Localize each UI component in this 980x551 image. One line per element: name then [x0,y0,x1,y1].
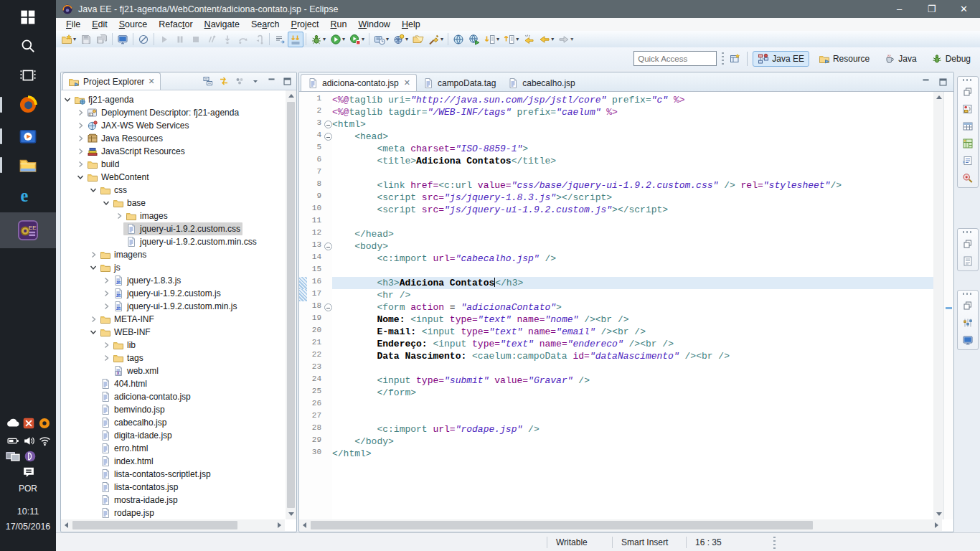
expand-arrow-icon[interactable] [102,341,110,349]
suspend-button[interactable] [172,32,188,47]
battery-tray-icon[interactable] [5,433,21,448]
close-button[interactable]: ✕ [948,0,980,18]
tree-item-content[interactable]: mostra-idade.jsp [98,494,180,507]
tree-item[interactable]: Xweb.xml [62,364,285,377]
code-line[interactable]: </form> [332,387,933,399]
console-view-icon[interactable] [961,334,974,347]
fold-marker[interactable] [324,301,332,314]
task-view-taskbar-button[interactable] [0,63,56,88]
tree-item[interactable]: JSjquery-ui-1.9.2.custom.js [62,287,285,300]
console-monitor-button[interactable] [115,32,131,47]
new-wizard-button[interactable]: ▾ [59,32,78,47]
menu-help[interactable]: Help [396,19,426,29]
export-items-button[interactable]: ▾ [501,32,521,47]
tree-item[interactable]: index.html [62,455,285,468]
code-line[interactable]: <title>Adiciona Contatos</title> [332,155,933,167]
import-items-button[interactable]: ▾ [482,32,501,47]
outline-view-icon[interactable] [961,255,974,268]
properties-view-icon[interactable] [961,316,974,329]
quick-access-input[interactable] [633,51,717,66]
dropdown-arrow-icon[interactable]: ▾ [386,36,389,42]
code-line[interactable]: <link href=<c:url value="css/base/jquery… [332,179,933,192]
expand-arrow-icon[interactable] [102,276,110,285]
tree-item-selected[interactable]: jquery-ui-1.9.2.custom.css [123,222,242,235]
tree-item[interactable]: JavaScript Resources [62,145,285,158]
markers-view-icon[interactable] [961,154,974,167]
menu-edit[interactable]: Edit [86,19,113,29]
code-line[interactable] [332,216,933,228]
perspective-resource[interactable]: Resource [814,51,875,67]
resume-button[interactable] [156,32,172,47]
snippets-view-icon[interactable] [961,137,974,150]
menu-source[interactable]: Source [113,19,154,29]
tree-item[interactable]: images [62,209,285,222]
code-line[interactable]: </body> [332,435,933,448]
menu-navigate[interactable]: Navigate [199,19,245,29]
minimize-button[interactable]: – [883,0,915,18]
menu-window[interactable]: Window [352,19,395,29]
wifi-tray-icon[interactable] [37,433,52,448]
fold-marker[interactable] [324,118,332,131]
displays-tray-icon[interactable] [5,449,21,463]
expand-arrow-icon[interactable] [76,147,85,156]
tree-item-content[interactable]: css [98,184,129,197]
tree-item-content[interactable]: index.html [98,455,156,468]
code-line[interactable] [332,411,933,423]
tree-item-content[interactable]: digita-idade.jsp [98,429,174,442]
close-tab-icon[interactable]: ✕ [404,78,410,88]
run-on-server-button[interactable] [466,32,482,47]
fold-marker[interactable] [324,131,332,143]
collapse-arrow-icon[interactable] [89,328,98,336]
dropdown-arrow-icon[interactable]: ▾ [342,36,345,42]
tree-horizontal-scrollbar[interactable] [61,519,285,531]
restore-views-icon[interactable] [961,299,974,312]
menu-refactor[interactable]: Refactor [153,19,198,29]
tree-item-content[interactable]: Java Resources [85,132,165,145]
stack-grip-icon[interactable] [963,293,973,295]
search-brush-button[interactable]: ▾ [426,32,446,47]
dropdown-arrow-icon[interactable]: ▾ [570,36,573,42]
step-over-button[interactable] [235,32,251,47]
tree-item-content[interactable]: WebContent [85,171,151,184]
tree-item-content[interactable]: erro.html [98,442,150,455]
tree-item[interactable]: WEB-INF [62,326,285,339]
stack-grip-icon[interactable] [963,79,973,81]
expand-arrow-icon[interactable] [76,108,85,117]
code-line[interactable]: <script src="js/jquery-ui-1.9.2.custom.j… [332,204,933,216]
tree-item-content[interactable]: cabecalho.jsp [98,416,169,429]
code-line[interactable] [332,399,933,411]
red-box-tray-icon[interactable] [21,416,37,430]
dropdown-arrow-icon[interactable]: ▾ [551,36,554,42]
perspective-debug[interactable]: Debug [926,51,976,67]
code-line[interactable]: <head> [332,131,933,143]
tree-item-content[interactable]: fj21-agenda [72,93,136,106]
tree-item-content[interactable]: build [85,158,121,171]
code-line[interactable]: Data Nascimento: <caelum:campoData id="d… [332,350,933,362]
tree-item-content[interactable]: base [110,197,148,209]
collapse-arrow-icon[interactable] [102,199,110,207]
data-source-view-icon[interactable] [961,120,974,133]
tree-item-content[interactable]: lib [110,339,138,352]
tree-item-content[interactable]: images [123,209,170,222]
tree-item[interactable]: WebContent [62,171,285,184]
tree-item[interactable]: erro.html [62,442,285,455]
volume-tray-icon[interactable] [21,433,37,448]
expand-arrow-icon[interactable] [76,134,85,143]
dropdown-arrow-icon[interactable]: ▾ [496,36,499,42]
tree-item[interactable]: lista-contatos-scriptlet.jsp [62,468,285,481]
code-line[interactable]: Nome: <input type="text" name="nome" /><… [332,314,933,326]
expand-arrow-icon[interactable] [102,354,110,362]
stack-grip-icon[interactable] [963,231,973,233]
bittorrent-tray-icon[interactable] [22,449,38,463]
code-line[interactable]: <c:import url="cabecalho.jsp" /> [332,253,933,265]
collapse-fold-icon[interactable] [324,133,332,141]
cloud-tray-icon[interactable] [5,416,21,430]
editor-tab-campoData.tag[interactable]: campoData.tag [417,75,501,91]
code-line[interactable]: <%@taglib tagdir="/WEB-INF/tags" prefix=… [332,106,933,118]
code-editor[interactable]: <%@taglib uri="http://java.sun.com/jsp/j… [332,92,933,519]
link-with-editor-toggle-button[interactable] [288,32,303,47]
restore-views-icon[interactable] [961,85,974,98]
code-line[interactable]: <html> [332,118,933,131]
collapse-arrow-icon[interactable] [89,186,98,194]
tree-item[interactable]: tags [62,352,285,364]
